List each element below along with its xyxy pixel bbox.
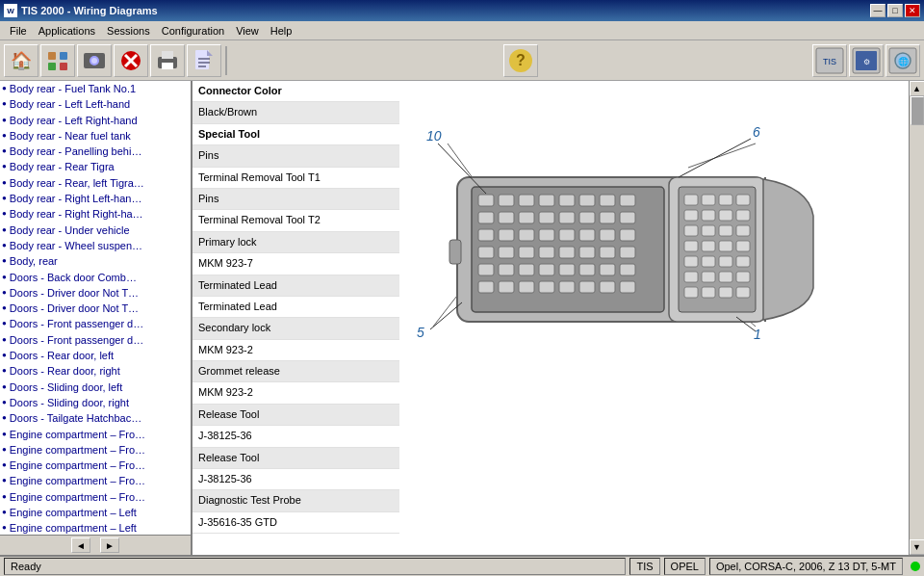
print-button[interactable] <box>150 44 185 77</box>
info-row: Special Tool <box>192 124 399 145</box>
nav-item[interactable]: ●Body rear - Left Left-hand <box>0 96 191 112</box>
menu-sessions[interactable]: Sessions <box>101 23 156 39</box>
svg-rect-98 <box>719 241 732 251</box>
nav-bullet: ● <box>2 303 7 313</box>
nav-bullet: ● <box>2 116 7 125</box>
nav-item[interactable]: ●Doors - Driver door Not T… <box>0 301 191 316</box>
nav-item[interactable]: ●Doors - Rear door, left <box>0 348 191 363</box>
info-row: Diagnostic Test Probe <box>192 490 399 511</box>
nav-bullet: ● <box>2 194 7 203</box>
nav-item-label: Engine compartment – Fro… <box>10 474 145 487</box>
nav-item-label: Engine compartment – Left <box>10 506 137 519</box>
nav-item[interactable]: ●Engine compartment – Left <box>0 505 191 520</box>
svg-rect-46 <box>559 212 575 223</box>
nav-item[interactable]: ●Engine compartment – Fro… <box>0 489 191 505</box>
nav-item-label: Doors - Sliding door, right <box>10 396 129 409</box>
nav-scroll-left[interactable]: ◄ <box>71 537 90 553</box>
svg-rect-86 <box>719 195 732 205</box>
svg-rect-111 <box>736 287 750 298</box>
tis-icon-3[interactable]: 🌐 <box>886 44 920 77</box>
nav-item[interactable]: ●Engine compartment – Fro… <box>0 458 191 473</box>
nav-item[interactable]: ●Doors - Tailgate Hatchbac… <box>0 410 191 426</box>
nav-item[interactable]: ●Doors - Sliding door, right <box>0 395 191 410</box>
nav-item-label: Doors - Back door Comb… <box>10 271 137 284</box>
nav-item[interactable]: ●Body rear - Wheel suspen… <box>0 238 191 253</box>
svg-rect-97 <box>702 241 715 251</box>
nav-item[interactable]: ●Doors - Front passenger d… <box>0 316 191 331</box>
nav-item[interactable]: ●Engine compartment – Fro… <box>0 427 191 442</box>
nav-item-label: Doors - Front passenger d… <box>10 333 143 347</box>
info-row: Terminated Lead <box>192 275 399 297</box>
connector-diagram: 10 6 5 1 <box>409 91 823 418</box>
svg-rect-56 <box>600 229 615 241</box>
nav-item[interactable]: ●Body rear - Near fuel tank <box>0 128 191 144</box>
nav-bullet: ● <box>2 131 7 141</box>
svg-marker-14 <box>207 50 213 56</box>
nav-item[interactable]: ●Body rear - Left Right-hand <box>0 113 191 128</box>
stop-button[interactable] <box>114 44 148 77</box>
nav-item[interactable]: ●Doors - Back door Comb… <box>0 270 191 285</box>
nav-item[interactable]: ●Doors - Front passenger d… <box>0 332 191 348</box>
info-row: MKM 923-2 <box>192 382 399 404</box>
nav-item[interactable]: ●Doors - Sliding door, left <box>0 380 191 395</box>
svg-line-115 <box>430 302 462 329</box>
svg-rect-60 <box>519 247 534 258</box>
nav-item[interactable]: ●Doors - Driver door Not T… <box>0 285 191 301</box>
svg-rect-43 <box>499 212 514 223</box>
nav-item-label: Engine compartment – Fro… <box>10 490 145 504</box>
nav-item[interactable]: ●Engine compartment – Fro… <box>0 473 191 488</box>
svg-rect-65 <box>620 247 635 258</box>
scroll-thumb[interactable] <box>911 96 924 125</box>
svg-rect-73 <box>620 264 635 275</box>
toolbar-separator <box>225 46 227 75</box>
menu-help[interactable]: Help <box>265 23 298 39</box>
info-row: Connector Color <box>192 81 399 102</box>
home-button[interactable]: 🏠 <box>4 44 38 77</box>
menu-file[interactable]: File <box>4 23 33 39</box>
scroll-up-arrow[interactable]: ▲ <box>910 81 925 96</box>
menu-view[interactable]: View <box>230 23 265 39</box>
nav-item[interactable]: ●Body rear - Rear Tigra <box>0 159 191 174</box>
tis-icon-1[interactable]: TIS <box>812 44 847 77</box>
help-button[interactable]: ? <box>503 44 538 77</box>
close-button[interactable]: ✕ <box>905 4 920 17</box>
svg-rect-63 <box>579 247 595 258</box>
svg-rect-39 <box>579 195 595 206</box>
menu-configuration[interactable]: Configuration <box>156 23 230 39</box>
nav-item[interactable]: ●Body rear - Fuel Tank No.1 <box>0 81 191 96</box>
svg-rect-37 <box>539 195 554 206</box>
nav-item-label: Doors - Front passenger d… <box>10 317 143 330</box>
content-scrollbar[interactable]: ▲ ▼ <box>909 81 924 555</box>
nav-item-label: Body rear - Under vehicle <box>10 223 130 237</box>
nav-item[interactable]: ●Body, rear <box>0 253 191 269</box>
doc-button[interactable] <box>187 44 221 77</box>
maximize-button[interactable]: □ <box>887 4 903 17</box>
nav-bullet: ● <box>2 382 7 392</box>
svg-rect-75 <box>499 281 514 293</box>
svg-rect-47 <box>579 212 595 223</box>
minimize-button[interactable]: — <box>870 4 886 17</box>
svg-rect-90 <box>719 210 732 221</box>
nav-item[interactable]: ●Engine compartment – Left <box>0 520 191 535</box>
scroll-track[interactable] <box>910 96 925 539</box>
apps-button[interactable] <box>40 44 75 77</box>
nav-item[interactable]: ●Body rear - Panelling behi… <box>0 144 191 159</box>
photo-button[interactable] <box>77 44 112 77</box>
tis-icon-2[interactable]: ⚙ <box>849 44 884 77</box>
nav-item[interactable]: ●Body rear - Right Right-ha… <box>0 206 191 222</box>
nav-item[interactable]: ●Body rear - Under vehicle <box>0 223 191 238</box>
nav-bullet: ● <box>2 146 7 156</box>
svg-rect-2 <box>48 63 56 70</box>
nav-item-label: Body rear - Panelling behi… <box>10 144 142 158</box>
content-panel: Connector ColorBlack/BrownSpecial ToolPi… <box>192 81 924 555</box>
nav-item[interactable]: ●Body rear - Right Left-han… <box>0 191 191 206</box>
menu-applications[interactable]: Applications <box>33 23 101 39</box>
nav-bullet: ● <box>2 476 7 485</box>
nav-item[interactable]: ●Doors - Rear door, right <box>0 363 191 379</box>
info-row: Primary lock <box>192 232 399 253</box>
scroll-down-arrow[interactable]: ▼ <box>910 539 925 555</box>
nav-item[interactable]: ●Engine compartment – Fro… <box>0 442 191 458</box>
nav-item[interactable]: ●Body rear - Rear, left Tigra… <box>0 175 191 191</box>
menu-bar: File Applications Sessions Configuration… <box>0 21 924 40</box>
nav-scroll-right[interactable]: ► <box>100 537 119 553</box>
